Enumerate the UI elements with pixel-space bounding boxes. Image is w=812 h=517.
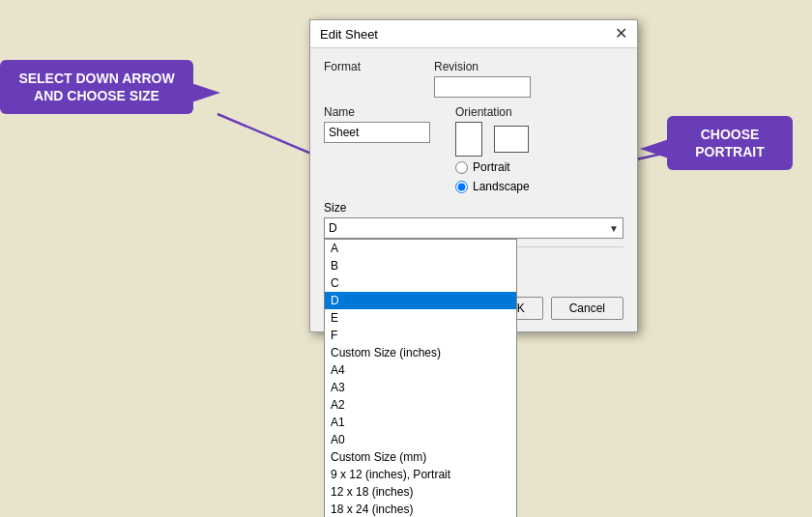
orientation-label: Orientation	[455, 105, 530, 119]
revision-label: Revision	[434, 60, 531, 73]
size-current-value: D	[329, 221, 337, 235]
revision-input[interactable]	[434, 76, 531, 98]
dropdown-list[interactable]: ABCDEFCustom Size (inches)A4A3A2A1A0Cust…	[324, 239, 517, 517]
portrait-radio[interactable]	[455, 161, 468, 174]
dropdown-item[interactable]: D	[325, 292, 516, 309]
dropdown-item[interactable]: A2	[325, 396, 516, 414]
dropdown-item[interactable]: A	[325, 240, 516, 257]
name-row: Name Orientation Portrait	[324, 105, 624, 193]
callout-left: SELECT DOWN ARROW AND CHOOSE SIZE	[0, 60, 193, 114]
format-revision-row: Format Revision	[324, 60, 624, 98]
dropdown-item[interactable]: E	[325, 309, 516, 327]
landscape-icon	[494, 126, 529, 153]
dropdown-item[interactable]: F	[325, 327, 516, 344]
dropdown-item[interactable]: C	[325, 274, 516, 292]
size-select-display[interactable]: D ▼	[324, 217, 624, 239]
portrait-icon	[455, 122, 482, 157]
landscape-radio-row: Landscape	[455, 180, 530, 193]
callout-right: CHOOSE PORTRAIT	[667, 116, 793, 170]
landscape-label: Landscape	[473, 180, 530, 193]
cancel-button[interactable]: Cancel	[551, 297, 624, 320]
format-label: Format	[324, 60, 361, 73]
dialog-close-button[interactable]: ✕	[615, 26, 627, 42]
name-col: Name	[324, 105, 430, 143]
format-col: Format	[324, 60, 361, 76]
dropdown-item[interactable]: 9 x 12 (inches), Portrait	[325, 466, 516, 483]
dropdown-item[interactable]: A4	[325, 361, 516, 379]
revision-col: Revision	[434, 60, 531, 98]
dropdown-item[interactable]: Custom Size (inches)	[325, 344, 516, 361]
size-section: Size D ▼ ABCDEFCustom Size (inches)A4A3A…	[324, 201, 624, 239]
name-input[interactable]	[324, 122, 430, 143]
dropdown-item[interactable]: A1	[325, 414, 516, 431]
dropdown-item[interactable]: B	[325, 257, 516, 274]
name-label: Name	[324, 105, 430, 119]
dialog-title: Edit Sheet	[320, 27, 378, 42]
orientation-col: Orientation Portrait Landscape	[455, 105, 530, 193]
edit-sheet-dialog: Edit Sheet ✕ Format Revision Name Orient…	[309, 19, 638, 332]
dropdown-item[interactable]: A3	[325, 379, 516, 396]
radio-group: Portrait Landscape	[455, 160, 530, 193]
size-dropdown-wrapper: D ▼ ABCDEFCustom Size (inches)A4A3A2A1A0…	[324, 217, 624, 239]
dropdown-item[interactable]: A0	[325, 431, 516, 448]
dropdown-item[interactable]: Custom Size (mm)	[325, 448, 516, 466]
landscape-radio[interactable]	[455, 181, 468, 193]
portrait-label: Portrait	[473, 160, 510, 174]
orientation-options	[455, 122, 530, 157]
dropdown-arrow-icon: ▼	[609, 223, 619, 234]
dialog-body: Format Revision Name Orientation	[310, 48, 637, 331]
portrait-radio-row: Portrait	[455, 160, 530, 174]
size-label: Size	[324, 201, 624, 215]
dropdown-item[interactable]: 18 x 24 (inches)	[325, 501, 516, 517]
dropdown-item[interactable]: 12 x 18 (inches)	[325, 483, 516, 501]
dialog-titlebar: Edit Sheet ✕	[310, 20, 637, 48]
